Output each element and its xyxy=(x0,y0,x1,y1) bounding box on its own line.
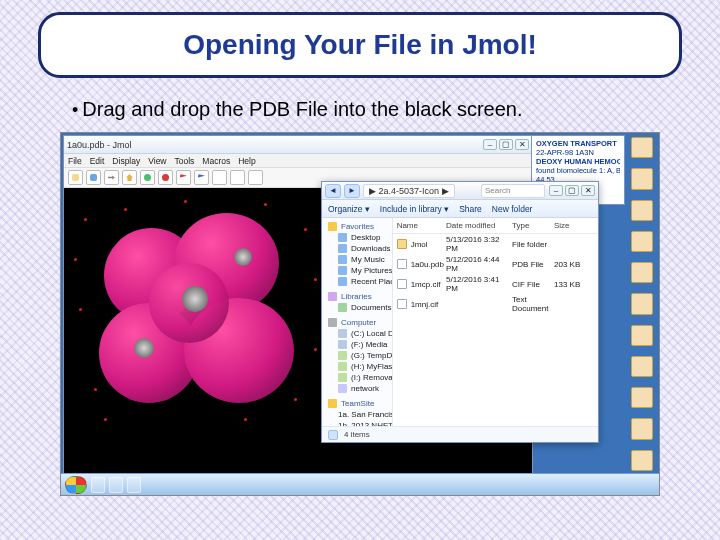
nav-item[interactable]: Recent Places xyxy=(322,276,392,287)
export-icon[interactable] xyxy=(104,170,119,185)
nav-item[interactable]: network xyxy=(322,383,392,394)
back-button[interactable]: ◄ xyxy=(325,184,341,198)
minimize-button[interactable]: – xyxy=(549,185,563,196)
taskbar-button[interactable] xyxy=(127,477,141,493)
breadcrumb[interactable]: ▶ 2a.4-5037-Icon ▶ xyxy=(363,184,455,198)
cmd-organize[interactable]: Organize ▾ xyxy=(328,204,370,214)
jmol-window-title: 1a0u.pdb - Jmol xyxy=(67,140,132,150)
maximize-button[interactable]: ▢ xyxy=(499,139,513,150)
menu-view[interactable]: View xyxy=(148,156,166,166)
folder-icon xyxy=(338,266,347,275)
windows-taskbar[interactable] xyxy=(61,473,659,495)
file-row[interactable]: Jmol 5/13/2016 3:32 PM File folder xyxy=(393,234,598,254)
nav-item[interactable]: Desktop xyxy=(322,232,392,243)
nav-item[interactable]: Documents xyxy=(322,302,392,313)
desktop-icon[interactable] xyxy=(631,356,653,377)
desktop-icon[interactable] xyxy=(631,387,653,408)
nav-item[interactable]: (G:) TempDrive xyxy=(322,350,392,361)
close-button[interactable]: ✕ xyxy=(581,185,595,196)
file-pane: Name Date modified Type Size Jmol 5/13/2… xyxy=(393,218,598,426)
nav-header-teamsite[interactable]: TeamSite xyxy=(322,398,392,409)
nav-item[interactable]: (F:) Media xyxy=(322,339,392,350)
computer-icon xyxy=(328,318,337,327)
nav-header-libraries[interactable]: Libraries xyxy=(322,291,392,302)
cmd-include[interactable]: Include in library ▾ xyxy=(380,204,449,214)
nav-item[interactable]: Downloads xyxy=(322,243,392,254)
file-type: CIF File xyxy=(512,280,552,289)
explorer-titlebar[interactable]: ◄ ► ▶ 2a.4-5037-Icon ▶ Search – ▢ ✕ xyxy=(322,182,598,200)
atom-green-icon[interactable] xyxy=(140,170,155,185)
tool-icon[interactable] xyxy=(248,170,263,185)
desktop-icon[interactable] xyxy=(631,293,653,314)
desktop-icon[interactable] xyxy=(631,137,653,158)
flag-red-icon[interactable] xyxy=(176,170,191,185)
nav-pane[interactable]: Favorites Desktop Downloads My Music My … xyxy=(322,218,393,426)
menu-help[interactable]: Help xyxy=(238,156,255,166)
window-buttons: – ▢ ✕ xyxy=(483,139,529,150)
file-row[interactable]: 1mcp.cif 5/12/2016 3:41 PM CIF File 133 … xyxy=(393,274,598,294)
cmd-newfolder[interactable]: New folder xyxy=(492,204,533,214)
nav-header-computer[interactable]: Computer xyxy=(322,317,392,328)
atom-red-icon[interactable] xyxy=(158,170,173,185)
forward-button[interactable]: ► xyxy=(344,184,360,198)
desktop-icon[interactable] xyxy=(631,262,653,283)
start-button[interactable] xyxy=(65,476,87,494)
desktop-icon[interactable] xyxy=(631,200,653,221)
file-date: 5/12/2016 4:44 PM xyxy=(446,255,510,273)
back-icon: ◄ xyxy=(329,186,337,195)
nav-header-favorites[interactable]: Favorites xyxy=(322,221,392,232)
close-button[interactable]: ✕ xyxy=(515,139,529,150)
file-name: 1mcp.cif xyxy=(411,280,444,289)
col-type[interactable]: Type xyxy=(512,221,552,230)
desktop-icon[interactable] xyxy=(631,450,653,471)
menu-tools[interactable]: Tools xyxy=(175,156,195,166)
file-row[interactable]: 1mnj.cif Text Document xyxy=(393,294,598,314)
search-input[interactable]: Search xyxy=(481,184,545,198)
taskbar-button[interactable] xyxy=(91,477,105,493)
nav-item[interactable]: (C:) Local Disk xyxy=(322,328,392,339)
menu-display[interactable]: Display xyxy=(112,156,140,166)
nav-item[interactable]: (H:) MyFlash xyxy=(322,361,392,372)
file-name: Jmol xyxy=(411,240,444,249)
col-size[interactable]: Size xyxy=(554,221,594,230)
flag-blue-icon[interactable] xyxy=(194,170,209,185)
col-date[interactable]: Date modified xyxy=(446,221,510,230)
search-placeholder: Search xyxy=(485,186,510,195)
desktop-icon[interactable] xyxy=(631,168,653,189)
desktop-icon[interactable] xyxy=(631,418,653,439)
menu-edit[interactable]: Edit xyxy=(90,156,105,166)
cmd-share[interactable]: Share xyxy=(459,204,482,214)
info-line: found biomolecule 1: A, B, C, D xyxy=(536,166,620,175)
file-name: 1a0u.pdb xyxy=(411,260,444,269)
bullet-row: • Drag and drop the PDB File into the bl… xyxy=(72,98,680,121)
desktop-icon[interactable] xyxy=(631,325,653,346)
nav-item[interactable]: My Music xyxy=(322,254,392,265)
open-file-icon[interactable] xyxy=(68,170,83,185)
jmol-titlebar[interactable]: 1a0u.pdb - Jmol – ▢ ✕ xyxy=(64,136,532,154)
file-row[interactable]: 1a0u.pdb 5/12/2016 4:44 PM PDB File 203 … xyxy=(393,254,598,274)
nav-item[interactable]: My Pictures xyxy=(322,265,392,276)
file-date: 5/12/2016 3:41 PM xyxy=(446,275,510,293)
file-icon xyxy=(397,259,407,269)
column-headers[interactable]: Name Date modified Type Size xyxy=(393,218,598,234)
save-icon[interactable] xyxy=(86,170,101,185)
explorer-window[interactable]: ◄ ► ▶ 2a.4-5037-Icon ▶ Search – ▢ ✕ Orga… xyxy=(321,181,599,443)
desktop-icon[interactable] xyxy=(631,231,653,252)
explorer-statusbar: 4 items xyxy=(322,426,598,442)
network-icon xyxy=(338,384,347,393)
nav-item[interactable]: 1a. San Francisco IRL Document xyxy=(322,409,392,420)
menu-macros[interactable]: Macros xyxy=(202,156,230,166)
menu-file[interactable]: File xyxy=(68,156,82,166)
minimize-button[interactable]: – xyxy=(483,139,497,150)
drive-icon xyxy=(338,373,347,382)
taskbar-button[interactable] xyxy=(109,477,123,493)
tool-icon[interactable] xyxy=(212,170,227,185)
nav-item[interactable]: (I:) Removable Disk xyxy=(322,372,392,383)
desktop-icons-column xyxy=(627,137,657,471)
explorer-body: Favorites Desktop Downloads My Music My … xyxy=(322,218,598,426)
tool-icon[interactable] xyxy=(230,170,245,185)
col-name[interactable]: Name xyxy=(397,221,444,230)
file-date: 5/13/2016 3:32 PM xyxy=(446,235,510,253)
maximize-button[interactable]: ▢ xyxy=(565,185,579,196)
home-icon[interactable] xyxy=(122,170,137,185)
